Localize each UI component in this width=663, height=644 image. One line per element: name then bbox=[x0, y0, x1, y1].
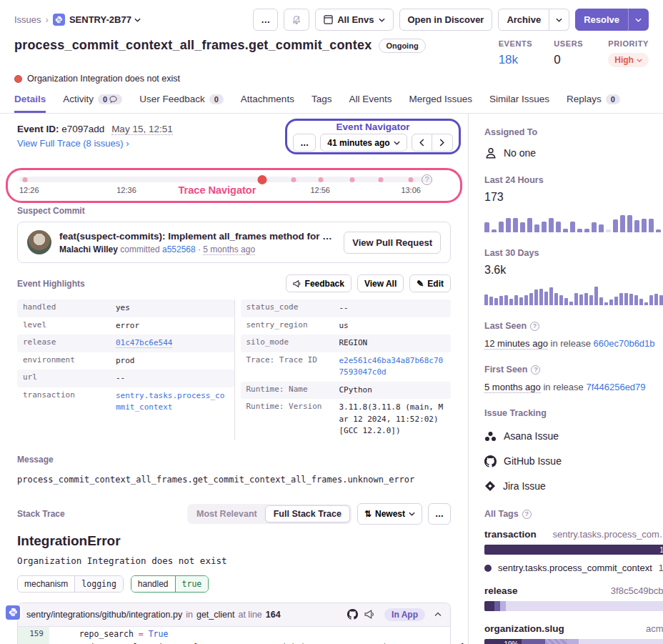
trace-timeline-track[interactable] bbox=[19, 177, 432, 182]
breadcrumb-issues[interactable]: Issues bbox=[14, 14, 41, 25]
highlight-row: silo_modeREGION bbox=[241, 335, 452, 352]
tab-details[interactable]: Details bbox=[14, 94, 46, 113]
tab-activity[interactable]: Activity0 bbox=[63, 94, 122, 113]
view-full-trace-link[interactable]: View Full Trace (8 issues) › bbox=[17, 138, 129, 149]
highlight-value[interactable]: e2e561c46ba34a87b68c707593047c0d bbox=[339, 355, 446, 379]
tag-header[interactable]: transactionsentry.tasks.process_com… bbox=[484, 529, 663, 540]
stack-trace-more-button[interactable]: … bbox=[428, 503, 451, 525]
trace-event-dot[interactable] bbox=[319, 177, 324, 182]
trace-event-dot[interactable] bbox=[22, 177, 27, 182]
tag-bar-segment[interactable] bbox=[494, 601, 500, 611]
tab-merged-issues[interactable]: Merged Issues bbox=[409, 94, 472, 113]
chart-bar bbox=[563, 229, 568, 232]
event-navigator-label: Event Navigator bbox=[287, 122, 459, 132]
help-icon[interactable]: ? bbox=[531, 365, 540, 375]
help-icon[interactable]: ? bbox=[530, 322, 539, 331]
tab-all-events[interactable]: All Events bbox=[349, 94, 392, 113]
sort-dropdown[interactable]: ⇅ Newest bbox=[357, 503, 422, 525]
help-icon[interactable]: ? bbox=[422, 174, 432, 185]
tag-header[interactable]: release3f8c5c49bcb3 bbox=[484, 585, 663, 596]
tag-bar-segment[interactable] bbox=[500, 601, 506, 611]
tag-bar-segment[interactable] bbox=[484, 601, 494, 611]
chart-bar bbox=[564, 298, 568, 305]
last-seen-release-link[interactable]: 660ec70b6d1b bbox=[594, 338, 655, 349]
tab-similar-issues[interactable]: Similar Issues bbox=[489, 94, 549, 113]
prev-event-button[interactable] bbox=[412, 134, 432, 152]
chevron-up-icon[interactable] bbox=[434, 612, 442, 617]
event-age-dropdown[interactable]: 41 minutes ago bbox=[320, 134, 407, 152]
events-count[interactable]: 18k bbox=[499, 53, 533, 67]
priority-badge[interactable]: High bbox=[608, 53, 649, 67]
event-more-button[interactable]: … bbox=[293, 134, 316, 152]
issue-title-block: process_commit_context_all_frames.get_co… bbox=[0, 31, 663, 67]
github-icon bbox=[484, 455, 497, 467]
feedback-button[interactable]: Feedback bbox=[286, 274, 352, 292]
next-event-button[interactable] bbox=[432, 134, 453, 152]
highlight-value[interactable]: 01c47bc6e544 bbox=[116, 337, 229, 350]
tab-tags[interactable]: Tags bbox=[311, 94, 332, 113]
trace-event-dot[interactable] bbox=[350, 177, 355, 182]
last-seen-time[interactable]: 12 minutes ago bbox=[484, 338, 548, 350]
tab-replays[interactable]: Replays0 bbox=[567, 94, 620, 113]
last-30-days-chart[interactable] bbox=[484, 284, 663, 305]
breadcrumb-short-id[interactable]: SENTRY-2B77 bbox=[69, 14, 141, 25]
trace-event-dot[interactable] bbox=[291, 177, 296, 182]
stack-frame-header[interactable]: sentry/integrations/github/integration.p… bbox=[18, 603, 450, 627]
edit-button[interactable]: ✎ Edit bbox=[409, 274, 451, 292]
mute-bell-button[interactable] bbox=[284, 9, 309, 31]
tab-attachments[interactable]: Attachments bbox=[241, 94, 294, 113]
tag-header[interactable]: organization.slugacme bbox=[484, 623, 663, 634]
all-envs-button[interactable]: All Envs bbox=[315, 9, 393, 31]
current-event-dot[interactable] bbox=[258, 175, 267, 184]
tag-bar-segment[interactable]: 19% bbox=[484, 639, 522, 644]
users-count[interactable]: 0 bbox=[554, 53, 587, 67]
tag-bar-segment[interactable]: 100% bbox=[484, 545, 663, 555]
resolve-button[interactable]: Resolve bbox=[575, 9, 628, 31]
chart-bar bbox=[534, 224, 539, 232]
chart-bar bbox=[504, 295, 508, 305]
last-24-hours-heading: Last 24 Hours bbox=[484, 175, 544, 185]
more-actions-button[interactable]: … bbox=[253, 9, 278, 31]
last-24-hours-chart[interactable] bbox=[484, 211, 663, 232]
trace-event-dot[interactable] bbox=[408, 177, 413, 182]
tab-user-feedback[interactable]: User Feedback0 bbox=[139, 94, 224, 113]
toggle-full-stack-trace[interactable]: Full Stack Trace bbox=[265, 505, 350, 522]
chart-bar bbox=[624, 293, 628, 305]
resolve-dropdown-button[interactable] bbox=[628, 9, 649, 31]
tag-detail-row[interactable]: sentry.tasks.process_commit_context100% bbox=[484, 563, 663, 573]
highlight-key: url bbox=[23, 372, 116, 385]
event-date[interactable]: May 15, 12:51 bbox=[111, 124, 173, 135]
highlight-value[interactable]: sentry.tasks.process_commit_context bbox=[116, 390, 229, 414]
view-all-button[interactable]: View All bbox=[357, 274, 404, 292]
frame-function: get_client bbox=[196, 610, 235, 620]
highlight-row: handledyes bbox=[17, 299, 234, 317]
archive-button[interactable]: Archive bbox=[498, 9, 549, 31]
view-pull-request-button[interactable]: View Pull Request bbox=[344, 232, 441, 254]
issue-tracking-jira[interactable]: Jira Issue+ bbox=[484, 479, 663, 493]
tag-release: release3f8c5c49bcb3 bbox=[484, 585, 663, 611]
header-actions: … All Envs Open in Discover Archive Reso… bbox=[253, 9, 649, 31]
tag-bar-segment[interactable] bbox=[522, 639, 545, 644]
code-text: codeowners_locations = ["CODEOWNERS", ".… bbox=[49, 640, 465, 644]
highlight-row: sentry_regionus bbox=[241, 317, 452, 335]
trace-event-dot[interactable] bbox=[379, 177, 384, 182]
first-seen-release-link[interactable]: 7f446256ed79 bbox=[586, 382, 645, 392]
chart-bar bbox=[620, 215, 625, 232]
github-icon[interactable] bbox=[347, 609, 358, 620]
issue-tracking-asana[interactable]: Asana Issue+ bbox=[484, 429, 663, 443]
assignee-selector[interactable]: No one bbox=[484, 147, 663, 159]
commit-sha-link[interactable]: a552568 bbox=[162, 244, 196, 254]
chart-bar bbox=[592, 222, 597, 232]
first-seen-time[interactable]: 5 months ago bbox=[484, 382, 541, 393]
chart-bar bbox=[609, 299, 613, 305]
tag-bar-segment[interactable] bbox=[567, 639, 579, 644]
toggle-most-relevant[interactable]: Most Relevant bbox=[189, 506, 265, 522]
help-icon[interactable]: ? bbox=[522, 510, 532, 519]
tag-bar-segment[interactable] bbox=[545, 639, 567, 644]
commit-age[interactable]: 5 months ago bbox=[203, 244, 255, 255]
last-30-days-heading: Last 30 Days bbox=[484, 248, 539, 258]
open-in-discover-button[interactable]: Open in Discover bbox=[399, 9, 493, 31]
archive-dropdown-button[interactable] bbox=[549, 9, 569, 31]
issue-tracking-github[interactable]: GitHub Issue+ bbox=[484, 454, 663, 468]
megaphone-icon[interactable] bbox=[364, 609, 375, 620]
